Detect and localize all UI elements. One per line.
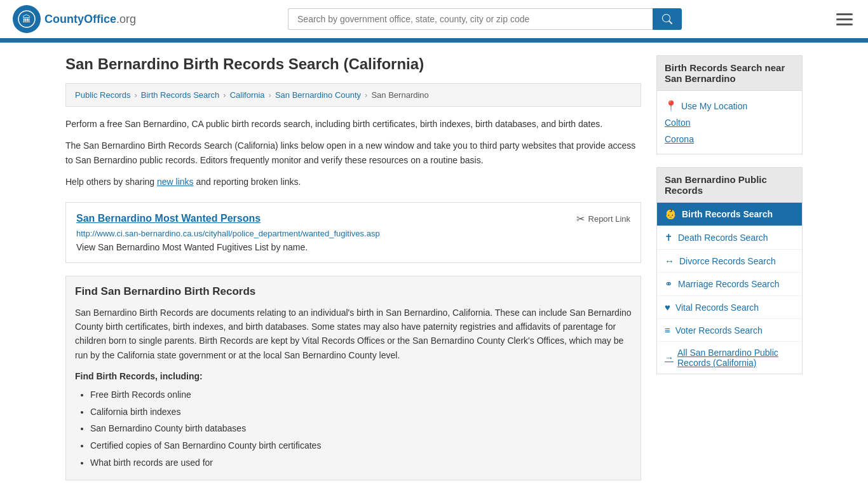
breadcrumb-san-bernardino: San Bernardino xyxy=(371,90,428,100)
sidebar-public-records-list: 👶 Birth Records Search ✝ Death Records S… xyxy=(656,202,803,374)
all-records-link[interactable]: → All San Bernardino Public Records (Cal… xyxy=(657,342,802,374)
find-list-item: Free Birth Records online xyxy=(90,386,632,403)
sidebar-item-birth-label: Birth Records Search xyxy=(682,209,773,219)
use-location-button[interactable]: 📍 Use My Location xyxy=(665,97,747,114)
report-link-button[interactable]: ✂ Report Link xyxy=(576,213,630,225)
find-list-item: What birth records are used for xyxy=(90,454,632,471)
find-list-title: Find Birth Records, including: xyxy=(75,371,632,381)
sidebar-nearby-header: Birth Records Search near San Bernardino xyxy=(656,55,803,90)
voter-records-icon: ≡ xyxy=(665,325,670,336)
logo-area: 🏛 CountyOffice.org xyxy=(13,5,136,33)
location-pin-icon: 📍 xyxy=(665,100,677,112)
breadcrumb-public-records[interactable]: Public Records xyxy=(75,90,130,100)
marriage-records-icon: ⚭ xyxy=(665,278,673,290)
nearby-link-corona[interactable]: Corona xyxy=(665,131,794,147)
vital-records-icon: ♥ xyxy=(665,302,670,313)
sidebar-item-vital-records[interactable]: ♥ Vital Records Search xyxy=(657,296,802,319)
birth-records-icon: 👶 xyxy=(665,208,677,220)
divorce-records-icon: ↔ xyxy=(665,255,674,266)
logo-org: .org xyxy=(116,13,136,25)
scissors-icon: ✂ xyxy=(576,213,585,225)
find-list: Free Birth Records onlineCalifornia birt… xyxy=(75,386,632,471)
sidebar-nearby-section: Birth Records Search near San Bernardino… xyxy=(656,55,803,154)
sidebar-public-records-section: San Bernardino Public Records 👶 Birth Re… xyxy=(656,167,803,374)
death-records-icon: ✝ xyxy=(665,232,673,243)
menu-line-1 xyxy=(836,13,853,15)
search-input[interactable] xyxy=(288,8,653,30)
breadcrumb: Public Records › Birth Records Search › … xyxy=(65,83,641,107)
sidebar-item-marriage-records[interactable]: ⚭ Marriage Records Search xyxy=(657,273,802,296)
search-button[interactable] xyxy=(653,8,682,30)
find-section: Find San Bernardino Birth Records San Be… xyxy=(65,276,641,481)
page-title: San Bernardino Birth Records Search (Cal… xyxy=(65,55,641,73)
find-section-title: Find San Bernardino Birth Records xyxy=(75,285,632,298)
new-links-link[interactable]: new links xyxy=(157,177,194,187)
link-card-title[interactable]: San Bernardino Most Wanted Persons xyxy=(76,213,261,224)
svg-text:🏛: 🏛 xyxy=(22,14,31,24)
logo-text: CountyOffice.org xyxy=(44,13,136,26)
breadcrumb-sep-4: › xyxy=(365,90,367,100)
all-records-label: All San Bernardino Public Records (Calif… xyxy=(677,348,794,368)
menu-line-2 xyxy=(836,18,853,20)
sidebar-item-voter-label: Voter Records Search xyxy=(675,325,763,336)
breadcrumb-birth-records-search[interactable]: Birth Records Search xyxy=(141,90,220,100)
link-card-header: San Bernardino Most Wanted Persons ✂ Rep… xyxy=(76,213,630,225)
sidebar-item-marriage-label: Marriage Records Search xyxy=(678,279,780,289)
use-location-label: Use My Location xyxy=(681,101,747,111)
sidebar-item-vital-label: Vital Records Search xyxy=(675,302,759,313)
main-container: San Bernardino Birth Records Search (Cal… xyxy=(53,43,815,488)
find-list-item: San Bernardino County birth databases xyxy=(90,420,632,437)
logo-icon: 🏛 xyxy=(13,5,41,33)
breadcrumb-sep-3: › xyxy=(269,90,271,100)
sidebar-item-birth-records[interactable]: 👶 Birth Records Search xyxy=(657,203,802,226)
description-3-suffix: and reporting broken links. xyxy=(194,177,301,187)
content-area: San Bernardino Birth Records Search (Cal… xyxy=(65,55,641,480)
hamburger-menu-button[interactable] xyxy=(834,11,855,28)
sidebar-item-divorce-label: Divorce Records Search xyxy=(679,256,776,266)
find-section-body: San Bernardino Birth Records are documen… xyxy=(75,306,632,363)
menu-line-3 xyxy=(836,24,853,25)
sidebar-item-death-label: Death Records Search xyxy=(678,233,768,243)
report-link-label: Report Link xyxy=(588,214,630,224)
sidebar-public-records-header: San Bernardino Public Records xyxy=(656,167,803,202)
hamburger-icon xyxy=(836,13,853,25)
header: 🏛 CountyOffice.org xyxy=(0,0,868,40)
sidebar-item-divorce-records[interactable]: ↔ Divorce Records Search xyxy=(657,250,802,273)
description-3-prefix: Help others by sharing xyxy=(65,177,157,187)
breadcrumb-sep-1: › xyxy=(134,90,137,100)
breadcrumb-sep-2: › xyxy=(223,90,226,100)
link-card-description: View San Bernardino Most Wanted Fugitive… xyxy=(76,242,630,252)
link-card-url[interactable]: http://www.ci.san-bernardino.ca.us/cityh… xyxy=(76,229,630,238)
logo-name: CountyOffice xyxy=(44,13,116,25)
arrow-icon: → xyxy=(665,353,674,363)
nearby-link-colton[interactable]: Colton xyxy=(665,114,794,131)
description-3: Help others by sharing new links and rep… xyxy=(65,175,641,189)
find-list-item: Certified copies of San Bernardino Count… xyxy=(90,437,632,454)
search-bar-container xyxy=(288,8,682,30)
find-list-item: California birth indexes xyxy=(90,403,632,421)
description-1: Perform a free San Bernardino, CA public… xyxy=(65,117,641,131)
sidebar-item-death-records[interactable]: ✝ Death Records Search xyxy=(657,226,802,250)
link-card: San Bernardino Most Wanted Persons ✂ Rep… xyxy=(65,202,641,263)
sidebar-item-voter-records[interactable]: ≡ Voter Records Search xyxy=(657,319,802,342)
sidebar-nearby-body: 📍 Use My Location Colton Corona xyxy=(656,90,803,154)
breadcrumb-california[interactable]: California xyxy=(230,90,265,100)
breadcrumb-san-bernardino-county[interactable]: San Bernardino County xyxy=(275,90,361,100)
description-2: The San Bernardino Birth Records Search … xyxy=(65,139,641,167)
sidebar: Birth Records Search near San Bernardino… xyxy=(656,55,803,480)
